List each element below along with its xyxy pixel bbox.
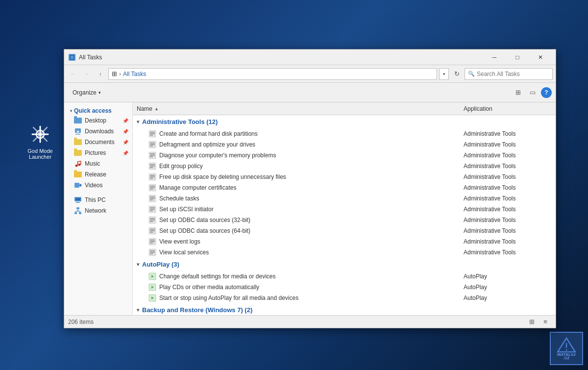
search-box[interactable]: 🔍 (465, 68, 553, 80)
autoplay-icon (148, 283, 156, 291)
list-item[interactable]: Set up ODBC data sources (32-bit) Admini… (133, 215, 556, 225)
item-name: Schedule tasks (159, 195, 461, 202)
close-button[interactable]: ✕ (529, 49, 552, 65)
watermark-text: INSTALUJ (557, 353, 576, 356)
sidebar-item-release[interactable]: Release (64, 169, 132, 180)
sidebar-item-network[interactable]: Network (64, 205, 132, 216)
item-count: 206 items (68, 319, 94, 325)
group-administrative-tools[interactable]: ▾ Administrative Tools (12) (133, 115, 556, 128)
svg-rect-16 (74, 183, 79, 188)
list-item[interactable]: Start or stop using AutoPlay for all med… (133, 293, 556, 303)
svg-rect-51 (150, 187, 155, 188)
organize-button[interactable]: Organize ▾ (68, 86, 105, 99)
sidebar-item-documents[interactable]: Documents 📌 (64, 137, 132, 148)
item-name: Edit group policy (159, 163, 461, 170)
item-application: Administrative Tools (464, 141, 552, 148)
list-item[interactable]: Diagnose your computer's memory problems… (133, 150, 556, 161)
back-button[interactable]: ← (67, 68, 79, 80)
column-headers: Name ▲ Application (133, 102, 556, 115)
minimize-button[interactable]: ─ (483, 49, 506, 65)
breadcrumb[interactable]: ⊞ › All Tasks (108, 68, 437, 80)
search-input[interactable] (477, 71, 549, 77)
svg-rect-68 (150, 232, 153, 233)
item-application: AutoPlay (464, 273, 552, 280)
sidebar-item-music[interactable]: Music (64, 158, 132, 169)
group-backup-restore[interactable]: ▾ Backup and Restore (Windows 7) (2) (133, 303, 556, 315)
videos-icon (74, 181, 82, 189)
list-item[interactable]: Edit group policy Administrative Tools (133, 161, 556, 172)
svg-marker-17 (79, 184, 81, 187)
god-mode-label-line1: God Mode (27, 148, 52, 154)
admin-tools-icon (148, 173, 156, 181)
item-name: View event logs (159, 238, 461, 245)
item-name: Set up ODBC data sources (32-bit) (159, 217, 461, 223)
svg-rect-21 (75, 202, 80, 203)
application-column-header[interactable]: Application (464, 105, 552, 112)
forward-button[interactable]: → (81, 68, 93, 80)
sidebar-item-this-pc[interactable]: This PC (64, 195, 132, 205)
list-item[interactable]: View local services Administrative Tools (133, 247, 556, 258)
release-icon (74, 171, 82, 178)
sidebar-this-pc-label: This PC (85, 197, 106, 203)
refresh-button[interactable]: ↻ (451, 68, 463, 80)
sidebar-item-downloads[interactable]: Downloads 📌 (64, 126, 132, 137)
pane-icon: ▭ (530, 89, 536, 96)
maximize-button[interactable]: □ (506, 49, 529, 65)
list-item[interactable]: Defragment and optimize your drives Admi… (133, 139, 556, 150)
breadcrumb-separator: › (119, 71, 121, 77)
god-mode-launcher[interactable]: God Mode Launcher (21, 123, 60, 160)
list-item[interactable]: Set up iSCSI initiator Administrative To… (133, 204, 556, 215)
svg-point-15 (78, 164, 81, 166)
status-view-button-1[interactable]: ⊞ (525, 316, 538, 328)
group-autoplay-label: AutoPlay (3) (142, 261, 179, 268)
list-item[interactable]: Free up disk space by deleting unnecessa… (133, 172, 556, 182)
window-icon (68, 53, 76, 61)
status-view-button-2[interactable]: ≡ (539, 316, 552, 328)
admin-tools-icon (148, 216, 156, 224)
svg-rect-74 (150, 250, 155, 251)
autoplay-chevron-icon: ▾ (137, 262, 139, 267)
address-bar: ← → ↑ ⊞ › All Tasks ▾ ↻ 🔍 (64, 65, 556, 83)
god-mode-icon (28, 123, 52, 146)
svg-rect-43 (150, 166, 155, 167)
list-item[interactable]: Play CDs or other media automatically Au… (133, 282, 556, 293)
pictures-pin-icon: 📌 (122, 150, 128, 156)
list-item[interactable]: Change default settings for media or dev… (133, 271, 556, 282)
item-name: Create and format hard disk partitions (159, 130, 461, 137)
sort-arrow-icon: ▲ (154, 106, 159, 111)
group-backup-label: Backup and Restore (Windows 7) (2) (142, 306, 252, 314)
svg-rect-30 (150, 132, 155, 133)
up-button[interactable]: ↑ (95, 68, 106, 80)
item-application: AutoPlay (464, 295, 552, 301)
list-item[interactable]: Create and format hard disk partitions A… (133, 128, 556, 139)
group-autoplay[interactable]: ▾ AutoPlay (3) (133, 258, 556, 271)
svg-rect-39 (150, 155, 155, 156)
sidebar-item-videos[interactable]: Videos (64, 180, 132, 191)
item-application: Administrative Tools (464, 152, 552, 159)
svg-point-7 (566, 349, 567, 351)
name-column-header[interactable]: Name ▲ (137, 105, 464, 112)
quick-access-label: Quick access (74, 107, 112, 114)
svg-rect-62 (150, 218, 155, 219)
list-item[interactable]: Schedule tasks Administrative Tools (133, 193, 556, 204)
organize-chevron-icon: ▾ (98, 90, 101, 95)
list-item[interactable]: Manage computer certificates Administrat… (133, 182, 556, 193)
item-name: Diagnose your computer's memory problems (159, 152, 461, 159)
list-item[interactable]: Set up ODBC data sources (64-bit) Admini… (133, 225, 556, 236)
quick-access-header[interactable]: ▾ Quick access (64, 104, 132, 115)
item-name: View local services (159, 249, 461, 256)
breadcrumb-dropdown[interactable]: ▾ (439, 68, 449, 80)
music-icon (74, 160, 82, 168)
item-application: Administrative Tools (464, 173, 552, 180)
view-toggle-button-2[interactable]: ▭ (526, 86, 539, 99)
svg-rect-67 (150, 230, 155, 231)
item-name: Set up iSCSI initiator (159, 206, 461, 213)
sidebar-item-pictures[interactable]: Pictures 📌 (64, 148, 132, 158)
svg-rect-38 (150, 153, 155, 154)
application-column-label: Application (464, 105, 492, 112)
sidebar-item-desktop[interactable]: Desktop 📌 (64, 115, 132, 126)
view-toggle-button-1[interactable]: ⊞ (512, 86, 524, 99)
help-button[interactable]: ? (541, 87, 552, 98)
list-item[interactable]: View event logs Administrative Tools (133, 236, 556, 247)
status-view-controls: ⊞ ≡ (525, 316, 552, 328)
